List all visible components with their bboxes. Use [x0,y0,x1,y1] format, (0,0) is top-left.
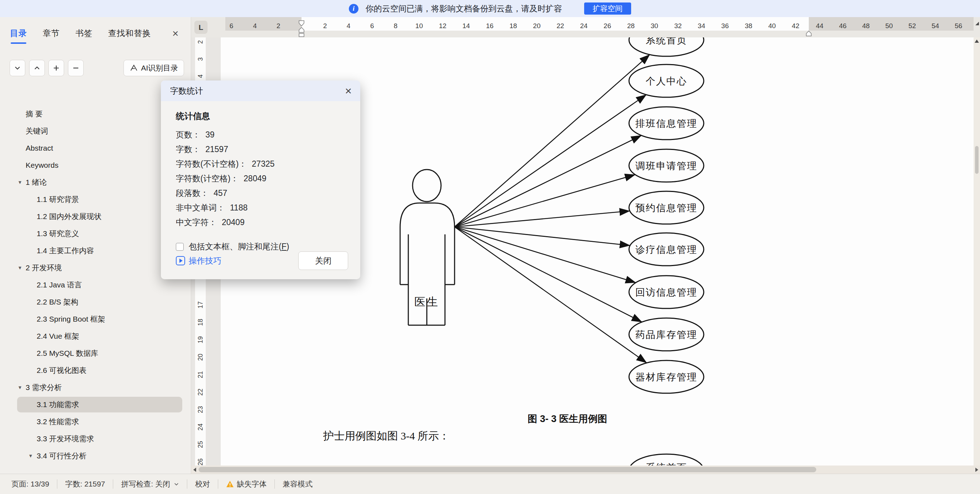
toc-item-label: 2.3 Spring Boot 框架 [37,314,105,324]
close-button[interactable]: 关闭 [298,252,348,270]
toc-item[interactable]: ▾2 开发环境 [17,260,182,276]
tab-bookmarks[interactable]: 书签 [75,28,92,39]
toc-item[interactable]: 2.2 B/S 架构 [17,294,182,310]
toc-item[interactable]: 3.2 性能需求 [17,414,182,430]
association-line [455,227,630,245]
toc-item[interactable]: 摘 要 [17,106,182,122]
operation-tips-link[interactable]: 操作技巧 [176,255,221,266]
toc-item[interactable]: 2.6 可视化图表 [17,363,182,378]
toc-item[interactable]: ▾3 需求分析 [17,380,182,395]
toc-item[interactable]: 3.1 功能需求 [17,397,182,413]
sidebar-tabs: 目录 章节 书签 查找和替换 × [10,28,179,39]
status-item[interactable]: 字数: 21597 [65,479,105,489]
toc-item[interactable]: Abstract [17,140,182,156]
tab-toc[interactable]: 目录 [10,28,27,39]
status-item[interactable]: 缺失字体 [226,479,267,489]
horizontal-scroll-thumb[interactable] [199,467,816,472]
figure-caption: 图 3- 3 医生用例图 [461,413,674,425]
ruler-number: 22 [549,21,572,30]
toc-item[interactable]: 1.3 研究意义 [17,226,182,241]
toc-item-label: Keywords [25,161,58,169]
chevron-down-icon[interactable] [174,481,179,487]
scroll-up-icon[interactable] [975,40,979,43]
word-count-dialog: 字数统计 × 统计信息 页数：39字数：21597字符数(不计空格)：27325… [161,80,360,279]
ai-recognize-toc-button[interactable]: AI识别目录 [124,60,184,76]
toc-item[interactable]: Keywords [17,158,182,173]
toc-item-label: 1.1 研究背景 [37,194,79,204]
toc-item[interactable]: 2.1 Java 语言 [17,277,182,293]
status-item[interactable]: 兼容模式 [283,479,313,489]
ruler-numbers-page: 24681012141618202224262830323436384042 [313,21,807,30]
tab-chapters[interactable]: 章节 [43,28,60,39]
first-line-indent-marker[interactable] [298,20,305,27]
expand-space-button[interactable]: 扩容空间 [584,3,631,14]
ruler-number: 30 [643,21,666,30]
status-item[interactable]: 校对 [195,479,210,489]
checkbox-icon[interactable] [176,243,184,251]
status-item[interactable]: 页面: 13/39 [11,479,49,489]
status-divider [113,480,113,489]
toc-item[interactable]: 1.4 主要工作内容 [17,243,182,258]
dialog-close-icon[interactable]: × [345,85,352,97]
tab-stop-selector[interactable]: L [194,21,208,34]
zoom-out-toc-button[interactable] [68,60,84,76]
toc-item[interactable]: 1.2 国内外发展现状 [17,209,182,225]
toc-item[interactable]: 2.3 Spring Boot 框架 [17,311,182,327]
use-case-label: 个人中心 [646,76,687,86]
toc-item[interactable]: 2.4 Vue 框架 [17,328,182,344]
include-textboxes-checkbox[interactable]: 包括文本框、脚注和尾注(F) [176,241,345,252]
use-case-label: 预约信息管理 [635,202,697,214]
ruler-toggle-icon[interactable] [974,21,980,26]
toc-list: 摘 要关键词AbstractKeywords▾1 绪论1.1 研究背景1.2 国… [17,88,183,469]
ruler-number: 4 [243,21,267,30]
toc-item[interactable]: ▾3.4 可行性分析 [17,448,182,464]
status-item[interactable]: 拼写检查: 关闭 [121,479,179,489]
toc-item[interactable]: 1.1 研究背景 [17,191,182,207]
expand-arrow-icon[interactable]: ▾ [29,453,32,459]
statistics-list: 页数：39字数：21597字符数(不计空格)：27325字符数(计空格)：280… [176,127,345,230]
stat-row: 字符数(计空格)：28049 [176,171,345,186]
stat-value: 39 [205,130,215,140]
ruler-number: 32 [666,21,689,30]
expand-all-button[interactable] [29,60,45,76]
ruler-number: 2 [267,21,290,30]
status-item-label: 兼容模式 [283,479,313,489]
vertical-scroll-thumb[interactable] [975,146,978,174]
tab-find-replace[interactable]: 查找和替换 [108,28,151,39]
scroll-right-icon[interactable] [975,468,978,472]
checkbox-label: 包括文本框、脚注和尾注(F) [189,241,289,252]
status-divider [274,480,275,489]
toc-item[interactable]: ▾1 绪论 [17,175,182,190]
ruler-number: 38 [737,21,760,30]
use-case-label: 药品库存管理 [635,330,697,340]
toc-item[interactable]: 3.3 开发环境需求 [17,431,182,447]
use-case-label: 回访信息管理 [635,287,697,298]
ruler-number: 48 [854,21,878,30]
use-case-label: 系统首页 [646,37,687,46]
ruler-number: 56 [947,21,970,30]
right-indent-marker[interactable] [806,30,812,37]
warning-icon [226,480,234,488]
status-divider [218,480,218,489]
ruler-number: 25 [197,439,204,450]
horizontal-scrollbar[interactable] [191,465,980,474]
ruler-number: 6 [360,21,384,30]
ruler-number: 10 [407,21,431,30]
ruler-number: 20 [197,352,204,363]
expand-arrow-icon[interactable]: ▾ [19,264,21,271]
toc-item[interactable]: 2.5 MySQL 数据库 [17,346,182,361]
left-indent-marker[interactable] [298,27,305,37]
sidebar-close-icon[interactable]: × [172,28,179,39]
expand-arrow-icon[interactable]: ▾ [19,384,21,391]
zoom-in-toc-button[interactable] [48,60,64,76]
use-case-label: 排班信息管理 [635,118,697,129]
ruler-number: 2 [313,21,337,30]
ruler-number: 2 [197,37,204,47]
use-case-label: 器材库存管理 [635,372,697,382]
ruler-number: 28 [619,21,643,30]
scroll-left-icon[interactable] [193,468,196,472]
expand-arrow-icon[interactable]: ▾ [19,179,21,186]
vertical-scrollbar[interactable] [974,37,980,465]
collapse-all-button[interactable] [10,60,25,76]
toc-item[interactable]: 关键词 [17,123,182,139]
